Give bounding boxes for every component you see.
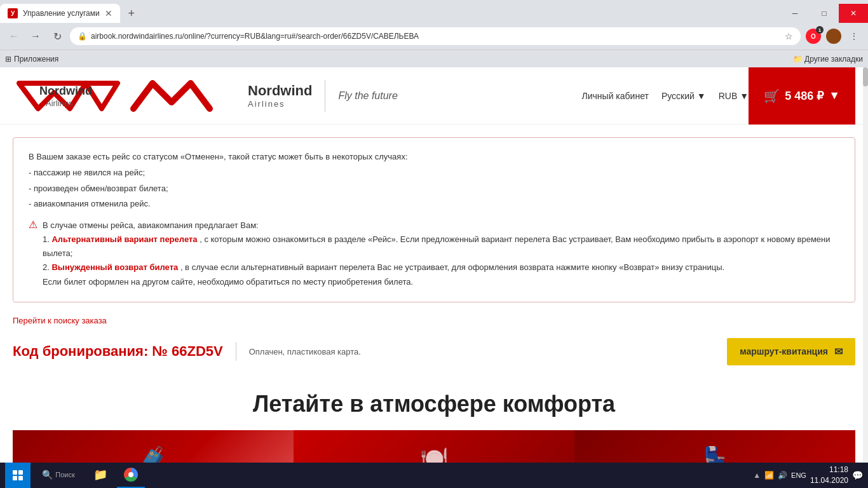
booking-divider [236,342,236,361]
item1-number: 1. [43,234,50,244]
network-icon: 📶 [764,471,774,480]
item2-text: , в случае если альтернативный вариант п… [180,262,724,272]
folder-icon: 📁 [793,55,803,64]
currency-selector[interactable]: RUB ▼ [719,91,749,101]
svg-text:Nordwind: Nordwind [39,85,92,97]
item2-label: Вынужденный возврат билета [51,262,178,272]
language-label: Русский [661,91,695,101]
cart-icon: 🛒 [764,88,780,104]
close-button[interactable]: ✕ [839,4,868,23]
item1-label: Альтернативный вариант перелета [51,234,197,244]
maximize-button[interactable]: □ [810,4,839,23]
brand-name: Nordwind Airlines [248,83,312,109]
search-icon: 🔍 [42,470,53,480]
alert-footer: Если билет оформлен на другом сайте, нео… [43,275,839,289]
opera-extension-icon: O 1 [806,29,821,44]
volume-icon[interactable]: 🔊 [778,471,787,480]
page-header: Nordwind Airlines Nordwind Airlines Fly … [0,67,868,125]
cart-price: 5 486 ₽ [785,89,824,103]
tab-favicon: У [8,8,18,18]
url-text: airbook.nordwindairlines.ru/online/?curr… [91,32,781,41]
route-receipt-button[interactable]: маршрут-квитанция ✉ [727,338,855,365]
apps-label: Приложения [14,55,58,64]
logo-svg[interactable] [127,74,254,118]
alert-line4: - авиакомпания отменила рейс. [29,198,839,211]
svg-text:Airlines: Airlines [46,98,73,108]
address-bar[interactable]: 🔒 airbook.nordwindairlines.ru/online/?cu… [70,27,801,45]
language-selector[interactable]: Русский ▼ [661,91,706,101]
booking-code: Код бронирования: № 66ZD5V [13,343,223,360]
bookmark-star-icon[interactable]: ☆ [785,31,793,41]
brand-area: Nordwind Airlines [127,74,312,118]
forward-button[interactable]: → [27,27,44,45]
extension-badge: 1 [816,26,824,34]
header-divider [325,80,325,112]
back-button[interactable]: ← [5,27,23,45]
browser-tab[interactable]: У Управление услугами ✕ [0,4,120,23]
alert-line1: В Вашем заказе есть рейс со статусом «От… [29,151,839,164]
item2-number: 2. [43,262,50,272]
clock-date: 11.04.2020 [810,475,848,486]
reload-button[interactable]: ↻ [48,27,66,45]
windows-icon [13,470,23,480]
lang-dropdown-icon: ▼ [697,91,706,101]
taskbar-system-tray: ▲ 📶 🔊 ENG 11:18 11.04.2020 💬 [753,464,863,486]
alert-details: В случае отмены рейса, авиакомпания пред… [43,219,839,288]
account-link[interactable]: Личный кабинет [582,91,649,101]
tagline: Fly the future [338,90,397,102]
alert-line3: - произведен обмен/возврат билета; [29,182,839,196]
payment-status: Оплачен, пластиковая карта. [249,347,361,356]
taskbar-search[interactable]: 🔍 Поиск [33,463,84,487]
taskbar-chrome[interactable] [117,463,145,487]
alert-line2: - пассажир не явился на рейс; [29,166,839,180]
profile-button[interactable] [825,27,843,45]
alert-text-block: В Вашем заказе есть рейс со статусом «От… [29,151,839,211]
logo-area: Nordwind Airlines [13,77,127,115]
alert-item2: 2. Вынужденный возврат билета , в случае… [43,261,839,274]
search-link-area: Перейти к поиску заказа [13,315,855,325]
scrollbar-track [863,67,868,487]
minimize-button[interactable]: ─ [780,4,810,23]
envelope-icon: ✉ [834,346,843,358]
search-order-link[interactable]: Перейти к поиску заказа [13,316,107,325]
taskbar-clock[interactable]: 11:18 11.04.2020 [810,464,848,486]
start-button[interactable] [5,463,31,487]
apps-grid-icon: ⊞ [5,55,11,64]
new-tab-button[interactable]: + [123,4,140,22]
tab-title: Управление услугами [23,9,100,18]
cart-expand-icon: ▼ [829,89,840,102]
alert-item1: 1. Альтернативный вариант перелета , с к… [43,233,839,261]
booking-row: Код бронирования: № 66ZD5V Оплачен, плас… [0,332,868,372]
language-indicator: ENG [791,471,806,479]
taskbar: 🔍 Поиск 📁 ▲ 📶 🔊 ENG 11:18 11.04.2020 💬 [0,463,868,487]
taskbar-file-explorer[interactable]: 📁 [86,463,114,487]
the-future-text: the future [355,90,398,101]
currency-dropdown-icon: ▼ [740,91,749,101]
route-btn-label: маршрут-квитанция [740,346,828,356]
promo-title: Летайте в атмосфере комфорта [13,391,855,417]
alert-section: ⚠ В случае отмены рейса, авиакомпания пр… [29,219,839,288]
other-bookmarks[interactable]: 📁 Другие закладки [793,55,863,64]
currency-label: RUB [719,91,738,101]
header-nav: Личный кабинет Русский ▼ RUB ▼ [582,91,749,101]
alert-box: В Вашем заказе есть рейс со статусом «От… [13,137,855,302]
alert-section-intro: В случае отмены рейса, авиакомпания пред… [43,219,839,233]
cart-button[interactable]: 🛒 5 486 ₽ ▼ [749,67,855,125]
scrollbar-thumb[interactable] [863,67,868,86]
chrome-icon [124,468,138,482]
show-hidden-icon[interactable]: ▲ [753,471,761,480]
menu-button[interactable]: ⋮ [845,27,863,45]
nordwind-logo[interactable]: Nordwind Airlines [13,77,127,115]
profile-avatar [826,29,841,44]
tab-close-button[interactable]: ✕ [105,8,112,18]
warning-triangle-icon: ⚠ [29,219,37,231]
apps-bookmark[interactable]: ⊞ Приложения [5,55,58,64]
other-bookmarks-label: Другие закладки [804,55,863,64]
file-explorer-icon: 📁 [93,468,107,482]
notification-icon[interactable]: 💬 [852,470,863,480]
lock-icon: 🔒 [78,32,87,41]
extensions-button[interactable]: O 1 [804,27,822,45]
search-label: Поиск [55,471,74,478]
fly-text: Fly [338,90,355,101]
clock-time: 11:18 [810,464,848,475]
